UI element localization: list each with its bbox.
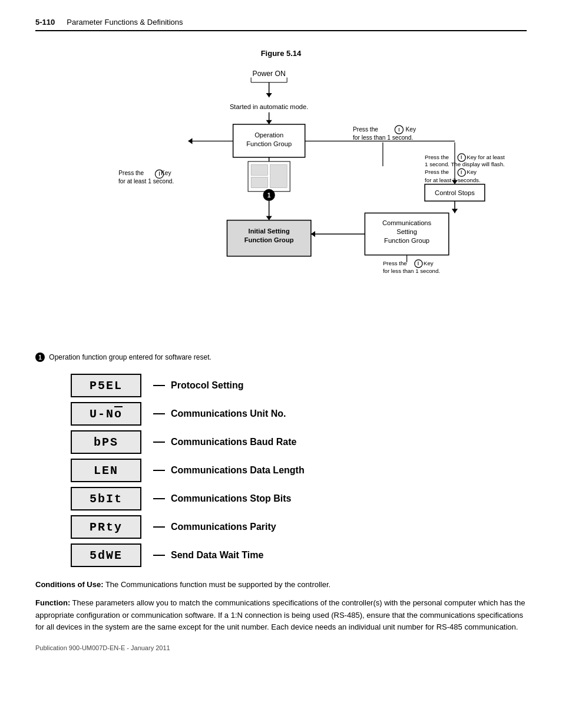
conditions-bold: Conditions of Use:	[35, 580, 104, 589]
conditions-text: The Communications function must be supp…	[104, 580, 331, 589]
header-bar: 5-110 Parameter Functions & Definitions	[35, 18, 527, 31]
power-on-label: Power ON	[253, 70, 286, 78]
lcd-connector-0	[153, 385, 165, 386]
svg-marker-46	[452, 209, 458, 213]
lcd-connector-5	[153, 526, 165, 528]
svg-text:Function Group: Function Group	[244, 236, 294, 243]
lcd-label-6: Send Data Wait Time	[171, 550, 263, 561]
svg-text:Setting: Setting	[396, 228, 417, 235]
svg-text:Key for at least: Key for at least	[467, 154, 505, 160]
lcd-label-5: Communications Parity	[171, 522, 276, 532]
page: 5-110 Parameter Functions & Definitions …	[0, 0, 562, 663]
svg-text:Communications: Communications	[382, 219, 432, 226]
svg-rect-28	[251, 177, 267, 187]
lcd-connector-1	[153, 413, 165, 414]
figure-label: Figure 5.14	[35, 49, 527, 58]
annotation-text: Operation function group entered for sof…	[49, 353, 211, 361]
svg-text:for at least 1 second.: for at least 1 second.	[118, 178, 174, 185]
lcd-display-6: 5dWE	[71, 543, 141, 567]
lcd-row-6: 5dWE Send Data Wait Time	[71, 543, 527, 567]
svg-text:Press the: Press the	[425, 154, 449, 160]
lcd-display-2: bPS	[71, 430, 141, 454]
svg-rect-61	[415, 260, 422, 268]
lcd-row-1: U-No Communications Unit No.	[71, 402, 527, 426]
svg-text:Press the: Press the	[425, 169, 449, 175]
svg-marker-25	[188, 138, 192, 144]
svg-text:Key: Key	[467, 169, 477, 175]
svg-text:Press the: Press the	[383, 260, 407, 266]
svg-text:Key: Key	[424, 260, 434, 266]
lcd-display-3: LEN	[71, 459, 141, 482]
svg-text:Press the: Press the	[353, 126, 378, 133]
function-section: Function: These parameters allow you to …	[35, 597, 527, 634]
lcd-row-5: PRty Communications Parity	[71, 515, 527, 539]
svg-marker-42	[311, 231, 315, 237]
lcd-label-4: Communications Stop Bits	[171, 493, 291, 504]
footer-text: Publication 900-UM007D-EN-E - January 20…	[35, 644, 170, 651]
svg-rect-27	[251, 164, 267, 175]
flowchart-container: Power ON Started in automatic mode. Oper…	[35, 64, 527, 335]
svg-marker-33	[266, 216, 272, 220]
svg-text:for less than 1 second.: for less than 1 second.	[353, 134, 413, 141]
conditions-section: Conditions of Use: The Communications fu…	[35, 579, 527, 591]
lcd-row-2: bPS Communications Baud Rate	[71, 430, 527, 454]
lcd-connector-6	[153, 555, 165, 556]
annotation-circle: 1	[35, 353, 45, 362]
lcd-connector-4	[153, 498, 165, 499]
lcd-connector-2	[153, 442, 165, 443]
svg-marker-4	[266, 93, 272, 97]
svg-text:Press the: Press the	[118, 170, 144, 176]
lcd-display-4: 5bIt	[71, 487, 141, 510]
lcd-label-1: Communications Unit No.	[171, 409, 286, 419]
header-title: Parameter Functions & Definitions	[67, 18, 183, 27]
lcd-connector-3	[153, 470, 165, 471]
annotation-note: 1 Operation function group entered for s…	[35, 353, 527, 362]
lcd-display-5: PRty	[71, 515, 141, 539]
svg-rect-29	[270, 164, 287, 188]
svg-text:Control Stops: Control Stops	[435, 189, 475, 196]
svg-text:1: 1	[267, 192, 271, 199]
svg-text:Key: Key	[161, 170, 171, 176]
lcd-row-4: 5bIt Communications Stop Bits	[71, 487, 527, 510]
function-text: These parameters allow you to match the …	[35, 598, 525, 632]
lcd-display-1: U-No	[71, 402, 141, 426]
svg-text:1 second. The display will fla: 1 second. The display will flash.	[425, 161, 505, 167]
function-bold: Function:	[35, 598, 70, 607]
lcd-row-3: LEN Communications Data Length	[71, 459, 527, 482]
lcd-label-2: Communications Baud Rate	[171, 437, 296, 447]
svg-text:Key: Key	[406, 126, 416, 133]
svg-text:Function Group: Function Group	[246, 140, 292, 147]
svg-text:Operation: Operation	[254, 131, 283, 139]
lcd-row-0: P5EL Protocol Setting	[71, 374, 527, 397]
page-number: 5-110	[35, 18, 55, 27]
svg-text:Function Group: Function Group	[384, 237, 429, 244]
svg-text:for less than 1 second.: for less than 1 second.	[383, 268, 440, 274]
lcd-items-section: P5EL Protocol Setting U-No Communication…	[35, 374, 527, 567]
lcd-display-0: P5EL	[71, 374, 141, 397]
flowchart-svg: Power ON Started in automatic mode. Oper…	[35, 64, 527, 335]
svg-marker-7	[266, 120, 272, 124]
svg-text:for at least 3 seconds.: for at least 3 seconds.	[425, 177, 480, 183]
svg-text:Initial Setting: Initial Setting	[249, 228, 290, 235]
svg-text:Started in automatic mode.: Started in automatic mode.	[230, 103, 309, 110]
lcd-label-0: Protocol Setting	[171, 380, 244, 391]
lcd-label-3: Communications Data Length	[171, 465, 305, 476]
footer: Publication 900-UM007D-EN-E - January 20…	[35, 644, 170, 651]
